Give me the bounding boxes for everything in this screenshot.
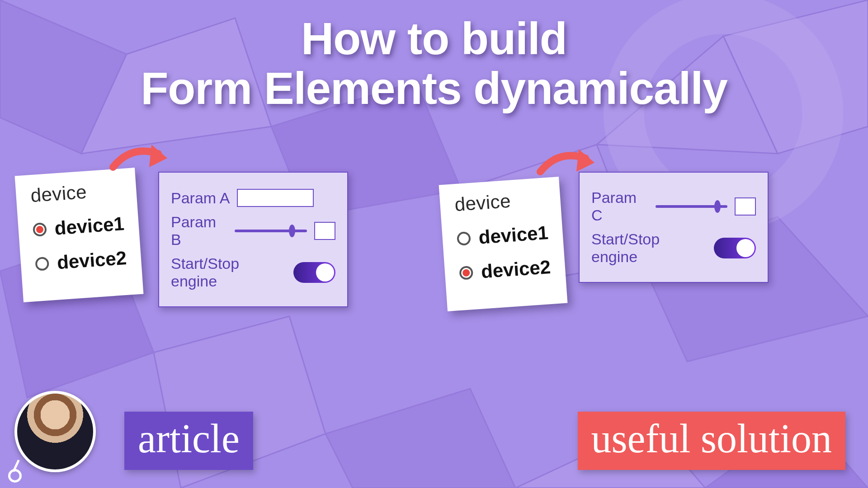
param-b-slider[interactable] bbox=[235, 230, 307, 232]
engine-toggle[interactable] bbox=[293, 262, 335, 283]
engine-row: Start/Stop engine bbox=[171, 255, 335, 290]
article-badge: article bbox=[124, 412, 253, 470]
magnifier-icon bbox=[8, 469, 22, 483]
title-line-1: How to build bbox=[0, 14, 868, 63]
main-title: How to build Form Elements dynamically bbox=[0, 14, 868, 113]
engine-label: Start/Stop engine bbox=[591, 230, 707, 266]
radio-icon bbox=[459, 266, 473, 280]
arrow-icon bbox=[104, 136, 176, 185]
radio-label: device2 bbox=[481, 256, 552, 283]
radio-device1[interactable]: device1 bbox=[32, 213, 125, 241]
radio-device1[interactable]: device1 bbox=[456, 222, 549, 250]
param-b-value[interactable] bbox=[314, 222, 335, 240]
param-a-label: Param A bbox=[171, 189, 230, 207]
radio-icon bbox=[33, 222, 47, 237]
radio-device2[interactable]: device2 bbox=[459, 256, 552, 284]
param-b-label: Param B bbox=[171, 213, 227, 249]
radio-label: device1 bbox=[478, 222, 549, 249]
param-a-input[interactable] bbox=[237, 189, 314, 207]
arrow-icon bbox=[531, 140, 604, 190]
engine-label: Start/Stop engine bbox=[171, 255, 286, 290]
engine-toggle[interactable] bbox=[714, 238, 756, 258]
engine-row: Start/Stop engine bbox=[591, 230, 756, 266]
radio-icon bbox=[35, 257, 49, 271]
param-a-row: Param A bbox=[171, 189, 335, 207]
param-c-value[interactable] bbox=[735, 197, 756, 216]
author-avatar bbox=[14, 391, 96, 472]
solution-badge: useful solution bbox=[578, 412, 846, 470]
params-panel-2: Param C Start/Stop engine bbox=[579, 172, 769, 283]
params-panel-1: Param A Param B Start/Stop engine bbox=[158, 172, 348, 307]
radio-device2[interactable]: device2 bbox=[35, 247, 127, 275]
param-c-slider[interactable] bbox=[656, 205, 727, 208]
param-b-row: Param B bbox=[171, 213, 335, 249]
radio-label: device1 bbox=[54, 213, 125, 239]
device-card-1: device device1 device2 bbox=[15, 168, 144, 302]
param-c-row: Param C bbox=[591, 189, 756, 224]
card-header: device bbox=[454, 188, 547, 216]
param-c-label: Param C bbox=[591, 189, 648, 224]
radio-label: device2 bbox=[57, 247, 127, 274]
title-line-2: Form Elements dynamically bbox=[0, 63, 868, 113]
device-card-2: device device1 device2 bbox=[439, 177, 568, 311]
radio-icon bbox=[457, 231, 471, 246]
